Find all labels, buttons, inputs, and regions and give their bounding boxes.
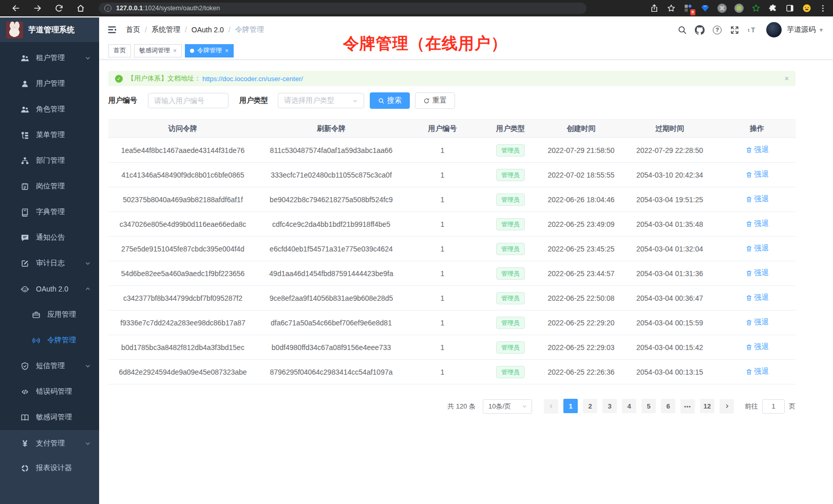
- emoji-profile-icon[interactable]: [802, 4, 811, 13]
- sidebar-item-sensitive[interactable]: 敏感词管理: [0, 404, 99, 430]
- breadcrumb-item[interactable]: 令牌管理: [235, 25, 264, 34]
- sidebar-item-dict[interactable]: 字典管理: [0, 199, 99, 225]
- page-button[interactable]: 3: [602, 399, 617, 413]
- page-button[interactable]: 1: [563, 399, 578, 413]
- sidebar-item-errcode[interactable]: 错误码管理: [0, 379, 99, 404]
- forward-icon[interactable]: [33, 4, 42, 13]
- edit-log-icon: [21, 259, 29, 268]
- code-icon: [21, 387, 29, 396]
- collapse-menu-icon[interactable]: [107, 25, 117, 35]
- alert-close-icon[interactable]: ×: [785, 74, 789, 83]
- page-button[interactable]: 4: [622, 399, 636, 413]
- reset-button[interactable]: 重置: [415, 92, 455, 109]
- access-token-cell: 6d842e2924594de9a09e45e087323abe: [108, 360, 257, 384]
- help-icon[interactable]: ?: [712, 25, 722, 35]
- create-time-cell: 2022-06-25 23:45:25: [541, 237, 621, 261]
- table-row: 41c41346a548490f9dc8b01c6bfe0865 333ecfc…: [108, 163, 796, 187]
- sidebar-menu: 租户管理用户管理角色管理菜单管理部门管理岗位管理字典管理通知公告审计日志OAut…: [0, 42, 99, 430]
- breadcrumb-item[interactable]: OAuth 2.0: [192, 26, 224, 34]
- force-logout-button[interactable]: 强退: [746, 268, 769, 278]
- close-icon[interactable]: ×: [225, 48, 229, 54]
- sidebar-item-user[interactable]: 用户管理: [0, 71, 99, 96]
- sidebar-item-role[interactable]: 角色管理: [0, 96, 99, 122]
- page-button[interactable]: 2: [583, 399, 597, 413]
- browser-menu-icon[interactable]: ⋮: [819, 4, 827, 13]
- more-pages-button[interactable]: •••: [680, 399, 695, 414]
- user-type-select[interactable]: 请选择用户类型: [278, 93, 364, 108]
- success-check-icon: ✓: [115, 75, 123, 83]
- back-icon[interactable]: [11, 4, 21, 13]
- breadcrumb-item[interactable]: 系统管理: [152, 25, 180, 34]
- sidebar-item-tenant[interactable]: 租户管理: [0, 45, 99, 71]
- sidebar-item-post[interactable]: 岗位管理: [0, 173, 99, 199]
- username[interactable]: 芋道源码: [787, 25, 816, 34]
- font-size-icon[interactable]: tT: [747, 25, 757, 35]
- tab-home[interactable]: 首页: [108, 44, 131, 57]
- sidebar-item-sms[interactable]: 短信管理: [0, 353, 99, 379]
- sidebar-item-oauth2-app[interactable]: 应用管理: [0, 302, 99, 327]
- create-time-cell: 2022-06-25 22:29:03: [541, 335, 621, 360]
- star-extension-icon[interactable]: [751, 4, 761, 13]
- book-open-icon: [21, 413, 29, 422]
- force-logout-button[interactable]: 强退: [746, 195, 769, 204]
- user-avatar[interactable]: [766, 22, 782, 37]
- url-bar[interactable]: i 127.0.0.1:1024/system/oauth2/token: [99, 3, 586, 14]
- close-icon[interactable]: ×: [173, 48, 177, 54]
- sidebar-item-oauth2[interactable]: OAuth 2.0: [0, 276, 99, 302]
- expire-time-cell: 2054-03-04 01:35:48: [621, 212, 718, 237]
- force-logout-button[interactable]: 强退: [746, 342, 769, 352]
- home-icon[interactable]: [76, 4, 85, 13]
- recorder-extension-icon[interactable]: [734, 4, 744, 13]
- sidebar-item-pay[interactable]: ¥支付管理: [0, 431, 99, 456]
- extension-grid-icon[interactable]: 9: [684, 4, 693, 13]
- next-page-button[interactable]: [720, 399, 734, 414]
- force-logout-button[interactable]: 强退: [746, 244, 769, 253]
- column-header: 访问令牌: [108, 120, 257, 138]
- force-logout-button[interactable]: 强退: [746, 367, 769, 376]
- search-form: 用户编号 用户类型 请选择用户类型 搜索 重置: [108, 92, 796, 109]
- extensions-puzzle-icon[interactable]: [768, 4, 778, 13]
- create-time-cell: 2022-06-25 22:29:20: [541, 311, 621, 335]
- reload-icon[interactable]: [54, 4, 64, 13]
- force-logout-button[interactable]: 强退: [746, 293, 769, 302]
- force-logout-button[interactable]: 强退: [746, 318, 769, 327]
- page-button[interactable]: 5: [641, 399, 656, 413]
- page-button[interactable]: 12: [700, 399, 714, 413]
- breadcrumb-item[interactable]: 首页: [126, 25, 140, 34]
- column-header: 用户类型: [480, 120, 541, 138]
- token-table: 访问令牌刷新令牌用户编号用户类型创建时间过期时间操作 1ea5e44f8bc14…: [108, 119, 796, 384]
- search-button[interactable]: 搜索: [370, 92, 410, 109]
- force-logout-button[interactable]: 强退: [746, 219, 769, 228]
- sidebar-item-dept[interactable]: 部门管理: [0, 148, 99, 173]
- doc-link[interactable]: https://doc.iocoder.cn/user-center/: [202, 75, 303, 83]
- user-id-input[interactable]: [148, 93, 229, 108]
- sidebar-item-audit[interactable]: 审计日志: [0, 250, 99, 276]
- sidebar-item-menu[interactable]: 菜单管理: [0, 122, 99, 148]
- page-size-select[interactable]: 10条/页: [483, 399, 532, 414]
- chevron-down-icon: [85, 363, 91, 369]
- github-icon[interactable]: [695, 25, 705, 35]
- side-panel-icon[interactable]: [785, 4, 794, 13]
- share-icon[interactable]: [650, 4, 659, 13]
- app-frame: 芋道管理系统 租户管理用户管理角色管理菜单管理部门管理岗位管理字典管理通知公告审…: [0, 17, 833, 504]
- sidebar-item-oauth2-token[interactable]: 令牌管理: [0, 327, 99, 353]
- column-header: 过期时间: [621, 120, 718, 138]
- command-extension-icon[interactable]: ⌘: [717, 4, 727, 13]
- caret-down-icon[interactable]: ▼: [819, 27, 824, 33]
- sidebar-item-notice[interactable]: 通知公告: [0, 225, 99, 250]
- tab-sensitive[interactable]: 敏感词管理×: [134, 44, 182, 57]
- force-logout-button[interactable]: 强退: [746, 145, 769, 154]
- app-logo[interactable]: 芋道管理系统: [0, 17, 99, 42]
- gem-extension-icon[interactable]: [701, 4, 710, 13]
- logo-avatar: [6, 22, 23, 38]
- prev-page-button[interactable]: [544, 399, 558, 414]
- sidebar-item-report[interactable]: 报表设计器: [0, 456, 99, 480]
- site-info-icon[interactable]: i: [104, 5, 111, 12]
- fullscreen-icon[interactable]: [730, 25, 740, 35]
- force-logout-button[interactable]: 强退: [746, 170, 769, 179]
- bookmark-star-icon[interactable]: [667, 4, 676, 13]
- page-button[interactable]: 6: [661, 399, 675, 413]
- tab-token[interactable]: 令牌管理×: [185, 44, 234, 57]
- search-icon[interactable]: [677, 25, 687, 35]
- goto-page-input[interactable]: [762, 399, 785, 414]
